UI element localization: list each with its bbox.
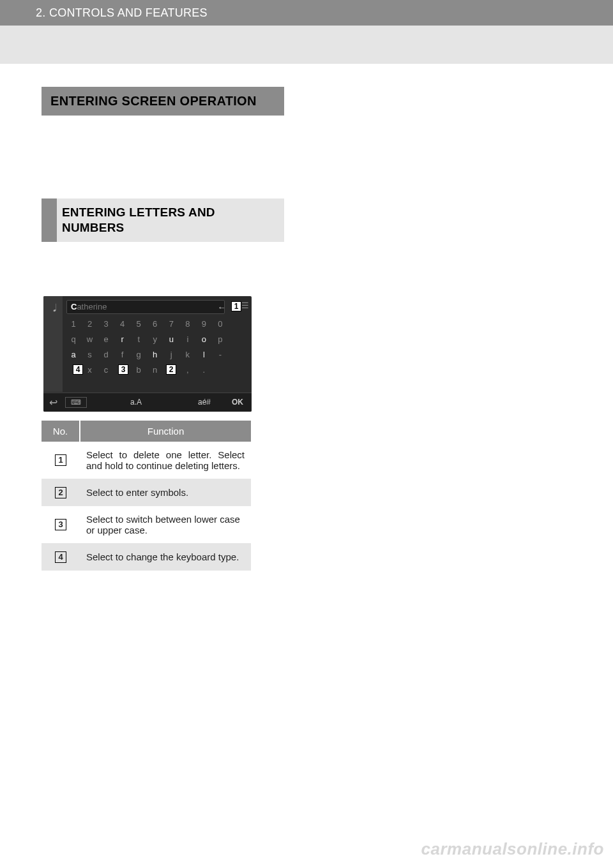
callout-3: 3 [118, 364, 128, 375]
key: b [132, 365, 146, 375]
section-title: ENTERING SCREEN OPERATION [50, 93, 275, 109]
keyboard-type-icon: ⌨ [65, 397, 87, 408]
key: 1 [66, 319, 80, 329]
backspace-icon: ← [216, 303, 227, 311]
table-row: 4 Select to change the keyboard type. [42, 543, 251, 571]
row-func: Select to switch between lower case or u… [80, 506, 251, 543]
watermark: carmanualsonline.info [421, 839, 604, 859]
key: 9 [197, 319, 211, 329]
key: o [197, 334, 211, 344]
key: 7 [164, 319, 178, 329]
symbol-toggle: aé# [185, 398, 223, 407]
subsection-body: ENTERING LETTERS AND NUMBERS [57, 198, 284, 242]
key: y [148, 334, 162, 344]
key: s [83, 350, 97, 359]
row-func: Select to delete one letter. Select and … [80, 442, 251, 479]
key-row-1: 1 2 3 4 5 6 7 8 9 0 [66, 319, 227, 329]
key: 6 [148, 319, 162, 329]
key: d [99, 350, 113, 359]
row-func: Select to enter symbols. [80, 479, 251, 506]
key-row-2: q w e r t y u i o p [66, 334, 227, 344]
table-row: 2 Select to enter symbols. [42, 479, 251, 506]
key: u [164, 334, 178, 344]
table-row: 3 Select to switch between lower case or… [42, 506, 251, 543]
keyboard-footer: ↩ ⌨ a.A aé# OK [43, 393, 252, 412]
key: k [181, 350, 195, 359]
key: r [116, 334, 130, 344]
key-row-3: a s d f g h j k l - [66, 350, 227, 359]
list-icon: ☰ [241, 301, 249, 310]
key: p [213, 334, 227, 344]
case-toggle: a.A [87, 398, 185, 407]
key: l [197, 350, 211, 359]
input-value: Catherine [71, 302, 107, 311]
key: 8 [181, 319, 195, 329]
key: j [164, 350, 178, 359]
key: i [181, 334, 195, 344]
chapter-title: 2. CONTROLS AND FEATURES [36, 6, 208, 20]
text-input: Catherine [66, 300, 225, 314]
sub-band [0, 26, 613, 64]
key-row-4: x c b n , . [66, 365, 227, 375]
key: - [213, 350, 227, 359]
key: e [99, 334, 113, 344]
callout-4: 4 [73, 364, 83, 375]
key: 2 [83, 319, 97, 329]
key [213, 365, 227, 375]
row-func: Select to change the keyboard type. [80, 543, 251, 571]
key: c [99, 365, 113, 375]
chapter-header: 2. CONTROLS AND FEATURES [0, 0, 613, 26]
subsection-head: ENTERING LETTERS AND NUMBERS [42, 198, 284, 242]
section-head: ENTERING SCREEN OPERATION [42, 87, 284, 116]
key: g [132, 350, 146, 359]
subsection-bar [42, 198, 57, 242]
row-no: 3 [55, 519, 66, 530]
key: q [66, 334, 80, 344]
ok-button: OK [223, 398, 252, 407]
key: h [148, 350, 162, 359]
row-no: 1 [55, 454, 66, 466]
key: , [181, 365, 195, 375]
row-no: 2 [55, 487, 66, 498]
keyboard-screenshot: 𝅘𝅥 Catherine ← 1 ☰ 1 2 3 4 5 6 7 8 9 0 q… [43, 296, 252, 412]
key: f [116, 350, 130, 359]
table-row: 1 Select to delete one letter. Select an… [42, 442, 251, 479]
key: 4 [116, 319, 130, 329]
key: . [197, 365, 211, 375]
key: t [132, 334, 146, 344]
key: a [66, 350, 80, 359]
function-table: No. Function 1 Select to delete one lett… [42, 421, 251, 571]
th-no: No. [42, 421, 80, 442]
row-no: 4 [55, 551, 66, 563]
key: 0 [213, 319, 227, 329]
callout-1: 1 [231, 301, 241, 311]
callout-2: 2 [166, 364, 176, 375]
phone-tab: 𝅘𝅥 [43, 296, 63, 392]
key: 3 [99, 319, 113, 329]
th-func: Function [80, 421, 251, 442]
key: 5 [132, 319, 146, 329]
return-icon: ↩ [43, 396, 63, 408]
key: n [148, 365, 162, 375]
key: x [83, 365, 97, 375]
left-column: ENTERING SCREEN OPERATION ENTERING LETTE… [42, 87, 284, 571]
subsection-title: ENTERING LETTERS AND NUMBERS [62, 205, 279, 236]
key: w [83, 334, 97, 344]
